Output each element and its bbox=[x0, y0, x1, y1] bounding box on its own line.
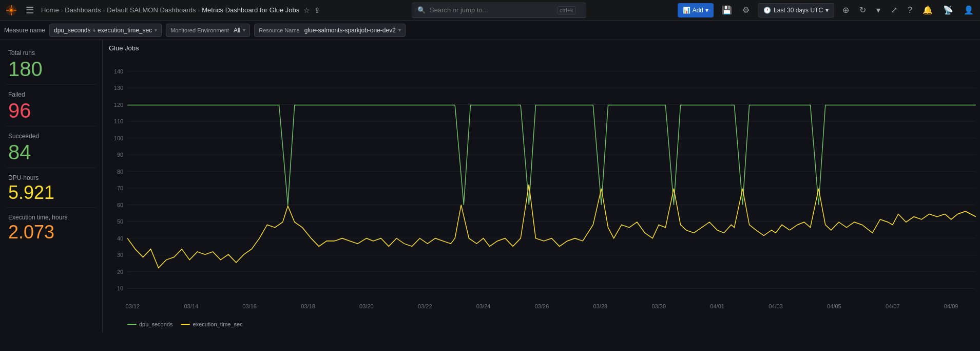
refresh-chevron-icon[interactable]: ▾ bbox=[874, 3, 882, 17]
svg-text:100: 100 bbox=[114, 135, 123, 141]
svg-text:03/26: 03/26 bbox=[535, 303, 549, 309]
failed-stat: Failed 96 bbox=[6, 87, 96, 126]
share-icon[interactable]: ⇪ bbox=[314, 6, 320, 14]
svg-point-2 bbox=[10, 9, 13, 11]
legend-exec-label: execution_time_sec bbox=[193, 321, 242, 327]
svg-text:140: 140 bbox=[114, 68, 123, 74]
measure-select[interactable]: dpu_seconds + execution_time_sec ▾ bbox=[49, 24, 162, 37]
svg-text:03/20: 03/20 bbox=[359, 303, 374, 309]
failed-value: 96 bbox=[8, 99, 94, 122]
svg-text:90: 90 bbox=[117, 152, 123, 158]
svg-text:03/30: 03/30 bbox=[651, 303, 666, 309]
top-nav: ☰ Home › Dashboards › Default SALMON Das… bbox=[0, 0, 980, 21]
help-icon[interactable]: ? bbox=[906, 4, 914, 17]
svg-text:20: 20 bbox=[117, 269, 123, 275]
svg-text:03/22: 03/22 bbox=[418, 303, 432, 309]
env-value: All bbox=[234, 27, 240, 34]
measure-chevron-icon: ▾ bbox=[155, 27, 157, 33]
search-input[interactable] bbox=[430, 6, 553, 14]
svg-text:04/01: 04/01 bbox=[710, 303, 724, 309]
dpu-hours-label: DPU-hours bbox=[8, 174, 94, 181]
save-icon[interactable]: 💾 bbox=[720, 3, 734, 17]
breadcrumb-home[interactable]: Home bbox=[41, 6, 59, 14]
svg-text:110: 110 bbox=[114, 118, 123, 124]
favorite-icon[interactable]: ☆ bbox=[303, 6, 310, 14]
svg-text:50: 50 bbox=[117, 218, 123, 225]
chart-title: Glue Jobs bbox=[107, 44, 976, 52]
svg-text:03/12: 03/12 bbox=[126, 303, 140, 309]
env-chevron-icon: ▾ bbox=[243, 27, 245, 33]
settings-icon[interactable]: ⚙ bbox=[740, 3, 752, 17]
exec-time-value: 2.073 bbox=[8, 222, 94, 243]
execution-time-line bbox=[127, 184, 976, 268]
time-range-chevron: ▾ bbox=[825, 7, 829, 14]
measure-value: dpu_seconds + execution_time_sec bbox=[54, 27, 152, 34]
svg-text:04/03: 04/03 bbox=[768, 303, 783, 309]
legend-dpu-label: dpu_seconds bbox=[139, 321, 172, 327]
resource-select[interactable]: Resource Name glue-salmonts-sparkjob-one… bbox=[254, 24, 406, 37]
svg-text:04/07: 04/07 bbox=[886, 303, 900, 309]
total-runs-stat: Total runs 180 bbox=[6, 45, 96, 85]
time-range-label: Last 30 days UTC bbox=[774, 7, 823, 14]
svg-text:03/18: 03/18 bbox=[301, 303, 315, 309]
legend-exec-color bbox=[181, 324, 190, 325]
total-runs-value: 180 bbox=[8, 58, 94, 80]
dpu-seconds-line bbox=[127, 105, 976, 205]
legend-item-exec: execution_time_sec bbox=[181, 321, 242, 327]
add-chevron-icon: ▾ bbox=[705, 7, 708, 14]
succeeded-value: 84 bbox=[8, 141, 94, 163]
search-icon: 🔍 bbox=[417, 6, 426, 14]
breadcrumb-dashboards[interactable]: Dashboards bbox=[65, 6, 101, 14]
hamburger-icon[interactable]: ☰ bbox=[23, 3, 37, 18]
svg-text:03/16: 03/16 bbox=[242, 303, 257, 309]
add-button[interactable]: 📊 Add ▾ bbox=[678, 3, 714, 17]
bell-icon[interactable]: 🔔 bbox=[920, 3, 935, 17]
total-runs-label: Total runs bbox=[8, 49, 94, 57]
global-search[interactable]: 🔍 ctrl+k bbox=[412, 3, 586, 18]
resource-label: Resource Name bbox=[259, 27, 299, 33]
user-icon[interactable]: 👤 bbox=[962, 3, 976, 17]
svg-text:80: 80 bbox=[117, 169, 123, 175]
svg-text:03/24: 03/24 bbox=[476, 303, 491, 309]
nav-left: ☰ Home › Dashboards › Default SALMON Das… bbox=[4, 3, 320, 18]
nav-right: 📊 Add ▾ 💾 ⚙ 🕐 Last 30 days UTC ▾ ⊕ ↻ ▾ ⤢… bbox=[678, 3, 976, 17]
breadcrumb: Home › Dashboards › Default SALMON Dashb… bbox=[41, 6, 299, 14]
dpu-hours-stat: DPU-hours 5.921 bbox=[6, 170, 96, 208]
svg-text:60: 60 bbox=[117, 202, 123, 208]
add-icon: 📊 bbox=[683, 7, 690, 14]
add-label: Add bbox=[693, 7, 703, 14]
zoom-icon[interactable]: ⊕ bbox=[840, 3, 851, 17]
chart-container: .grid-line { stroke: #2c2e35; stroke-wid… bbox=[107, 55, 976, 319]
rss-icon[interactable]: 📡 bbox=[941, 3, 955, 17]
measure-label: Measure name bbox=[4, 27, 45, 34]
exec-time-stat: Execution time, hours 2.073 bbox=[6, 210, 96, 247]
glue-jobs-chart: .grid-line { stroke: #2c2e35; stroke-wid… bbox=[107, 55, 976, 319]
svg-text:04/09: 04/09 bbox=[944, 303, 958, 309]
legend-dpu-color bbox=[127, 324, 137, 325]
refresh-icon[interactable]: ↻ bbox=[857, 3, 868, 17]
filters-bar: Measure name dpu_seconds + execution_tim… bbox=[0, 21, 980, 40]
svg-text:130: 130 bbox=[114, 85, 123, 91]
main-content: Total runs 180 Failed 96 Succeeded 84 DP… bbox=[0, 40, 980, 332]
exec-time-label: Execution time, hours bbox=[8, 214, 94, 221]
svg-text:03/14: 03/14 bbox=[184, 303, 198, 309]
expand-icon[interactable]: ⤢ bbox=[889, 3, 899, 17]
resource-chevron-icon: ▾ bbox=[398, 27, 401, 33]
grafana-logo[interactable] bbox=[4, 3, 18, 17]
legend-item-dpu: dpu_seconds bbox=[127, 321, 172, 327]
search-shortcut: ctrl+k bbox=[557, 6, 576, 14]
svg-text:70: 70 bbox=[117, 185, 123, 191]
chart-legend: dpu_seconds execution_time_sec bbox=[107, 319, 976, 328]
svg-text:03/28: 03/28 bbox=[593, 303, 608, 309]
svg-text:40: 40 bbox=[117, 235, 123, 242]
breadcrumb-default-salmon[interactable]: Default SALMON Dashboards bbox=[107, 6, 196, 14]
env-label: Monitored Environment bbox=[170, 27, 229, 33]
stats-panel: Total runs 180 Failed 96 Succeeded 84 DP… bbox=[0, 40, 103, 332]
svg-text:30: 30 bbox=[117, 252, 123, 258]
chart-area: Glue Jobs .grid-line { stroke: #2c2e35; … bbox=[103, 40, 980, 332]
breadcrumb-current: Metrics Dashboard for Glue Jobs bbox=[202, 6, 299, 14]
svg-text:120: 120 bbox=[114, 102, 123, 108]
failed-label: Failed bbox=[8, 91, 94, 98]
env-select[interactable]: Monitored Environment All ▾ bbox=[166, 24, 250, 37]
time-range-picker[interactable]: 🕐 Last 30 days UTC ▾ bbox=[758, 3, 834, 17]
